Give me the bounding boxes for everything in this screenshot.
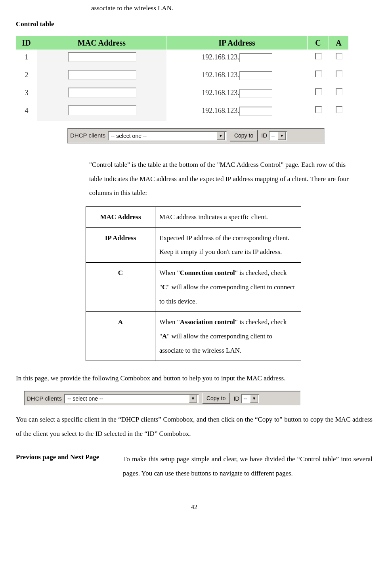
copy-to-button[interactable]: Copy to xyxy=(202,393,230,404)
id-select[interactable]: -- ▼ xyxy=(241,394,259,403)
row-id: 3 xyxy=(16,85,37,103)
dhcp-select-value: -- select one -- xyxy=(111,132,147,140)
table-row: IP Address Expected IP address of the co… xyxy=(86,227,301,262)
chevron-down-icon: ▼ xyxy=(278,132,286,140)
a-checkbox[interactable] xyxy=(336,71,342,77)
def-mac-text: MAC address indicates a specific client. xyxy=(155,207,301,228)
row-id: 2 xyxy=(16,67,37,85)
def-c-text: When "Connection control" is checked, ch… xyxy=(155,263,301,312)
id-select-value: -- xyxy=(271,132,275,140)
mac-input[interactable] xyxy=(68,88,136,97)
prev-next-heading: Previous page and Next Page xyxy=(16,452,123,480)
dhcp-clients-select[interactable]: -- select one -- ▼ xyxy=(108,131,227,141)
a-checkbox[interactable] xyxy=(336,88,342,95)
chevron-down-icon: ▼ xyxy=(189,395,197,403)
col-c: C xyxy=(308,36,329,50)
prev-next-text: To make this setup page simple and clear… xyxy=(123,452,373,480)
dhcp-clients-label: DHCP clients xyxy=(27,394,62,403)
orphan-fragment: associate to the wireless LAN. xyxy=(91,3,373,13)
ip-suffix-input[interactable] xyxy=(239,53,272,62)
table-row: A When "Association control" is checked,… xyxy=(86,312,301,361)
ip-prefix: 192.168.123. xyxy=(202,53,239,61)
a-checkbox[interactable] xyxy=(336,106,342,113)
id-label: ID xyxy=(261,131,267,140)
col-id: ID xyxy=(16,36,37,50)
row-id: 1 xyxy=(16,50,37,67)
ip-prefix: 192.168.123. xyxy=(202,107,239,115)
c-checkbox[interactable] xyxy=(315,53,322,59)
row-id: 4 xyxy=(16,103,37,121)
control-table-figure: ID MAC Address IP Address C A 1 192.168.… xyxy=(16,36,373,143)
dhcp-copy-bar: DHCP clients -- select one -- ▼ Copy to … xyxy=(67,128,325,143)
chevron-down-icon: ▼ xyxy=(217,132,225,140)
ip-suffix-input[interactable] xyxy=(239,71,272,80)
ip-suffix-input[interactable] xyxy=(239,89,272,98)
id-label: ID xyxy=(233,394,239,403)
def-mac-label: MAC Address xyxy=(86,207,155,228)
c-checkbox[interactable] xyxy=(315,88,322,95)
c-checkbox[interactable] xyxy=(315,106,322,113)
col-ip: IP Address xyxy=(166,36,308,50)
c-checkbox[interactable] xyxy=(315,71,322,77)
ip-prefix: 192.168.123. xyxy=(202,71,239,79)
col-a: A xyxy=(329,36,349,50)
chevron-down-icon: ▼ xyxy=(250,395,258,403)
usage-paragraph: You can select a specific client in the … xyxy=(16,412,373,441)
definitions-table: MAC Address MAC address indicates a spec… xyxy=(86,206,301,361)
table-row: C When "Connection control" is checked, … xyxy=(86,263,301,312)
a-checkbox[interactable] xyxy=(336,53,342,59)
def-ip-text: Expected IP address of the corresponding… xyxy=(155,227,301,262)
ip-suffix-input[interactable] xyxy=(239,107,272,116)
id-select-value: -- xyxy=(243,395,247,403)
mac-input[interactable] xyxy=(68,105,136,115)
id-select[interactable]: -- ▼ xyxy=(269,131,287,141)
def-ip-label: IP Address xyxy=(86,227,155,262)
def-a-text: When "Association control" is checked, c… xyxy=(155,312,301,361)
combobox-intro: In this page, we provide the following C… xyxy=(16,373,373,384)
table-row: MAC Address MAC address indicates a spec… xyxy=(86,207,301,228)
dhcp-clients-label: DHCP clients xyxy=(70,131,105,140)
mac-input[interactable] xyxy=(68,70,136,80)
dhcp-select-value: -- select one -- xyxy=(67,395,103,403)
dhcp-copy-bar-figure: DHCP clients -- select one -- ▼ Copy to … xyxy=(24,391,301,406)
control-table-intro: "Control table" is the table at the bott… xyxy=(89,158,359,200)
copy-to-button[interactable]: Copy to xyxy=(230,130,258,141)
col-mac: MAC Address xyxy=(37,36,166,50)
dhcp-clients-select[interactable]: -- select one -- ▼ xyxy=(64,394,199,403)
mac-input[interactable] xyxy=(68,52,136,62)
control-table-heading: Control table xyxy=(16,19,373,29)
page-number: 42 xyxy=(16,502,373,512)
def-a-label: A xyxy=(86,312,155,361)
def-c-label: C xyxy=(86,263,155,312)
ip-prefix: 192.168.123. xyxy=(202,89,239,97)
